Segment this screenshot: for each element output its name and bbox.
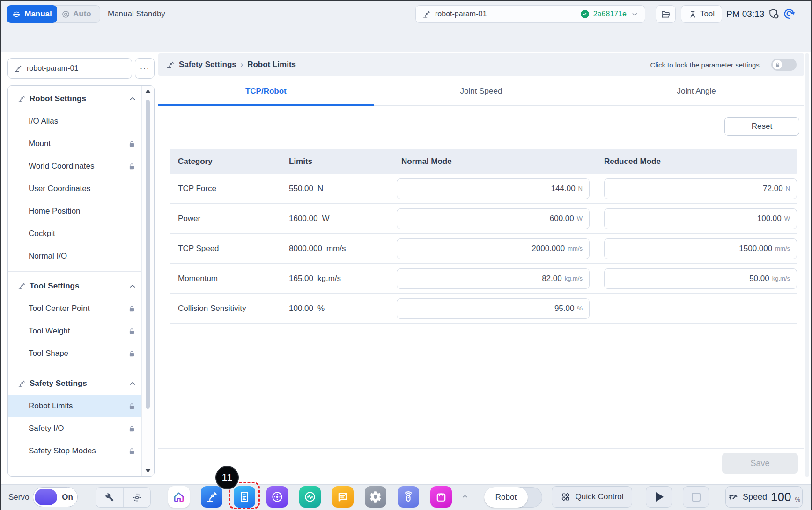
sidebar-item-tool-shape[interactable]: Tool Shape <box>8 342 142 365</box>
normal-mode-input[interactable]: 82.00kg.m/s <box>397 268 590 289</box>
chevron-up-icon[interactable] <box>128 95 137 103</box>
motion-crosshair-icon <box>132 493 142 503</box>
quick-control-button[interactable]: Quick Control <box>552 486 632 508</box>
mode-manual-button[interactable]: Manual <box>7 5 57 23</box>
sidebar-item-user-coordinates[interactable]: User Coordinates <box>8 177 142 200</box>
auto-label: Auto <box>73 9 91 19</box>
servo-toggle[interactable]: On <box>33 487 78 507</box>
normal-mode-input[interactable]: 600.00W <box>397 208 590 229</box>
dock-collapse-chevron-icon[interactable] <box>460 493 470 500</box>
reduced-mode-input[interactable]: 100.00W <box>604 208 797 229</box>
limits-tab-bar: TCP/Robot Joint Speed Joint Angle <box>158 77 804 106</box>
param-file-field[interactable]: robot-param-01 <box>7 58 132 79</box>
normal-mode-input[interactable]: 95.00% <box>397 298 590 319</box>
chevron-up-icon[interactable] <box>128 379 137 388</box>
reduced-mode-cell: 72.00N <box>597 178 797 199</box>
speed-control[interactable]: Speed 100 % <box>725 486 803 508</box>
power-spiral-icon[interactable] <box>783 8 795 20</box>
dock-remote-control-app[interactable] <box>398 486 419 508</box>
remote-control-icon <box>402 490 415 503</box>
sidebar-item-safety-stop-modes[interactable]: Safety Stop Modes <box>8 440 142 462</box>
sidebar-section-safety-settings[interactable]: Safety Settings <box>8 372 142 395</box>
file-more-button[interactable]: ··· <box>135 58 155 79</box>
header-limits: Limits <box>282 157 397 166</box>
sidebar-item-mount[interactable]: Mount <box>8 133 142 155</box>
sidebar-item-world-coordinates[interactable]: World Coordinates <box>8 155 142 177</box>
reduced-mode-input[interactable]: 72.00N <box>604 178 797 199</box>
play-button[interactable] <box>646 486 672 508</box>
reset-button[interactable]: Reset <box>724 117 799 136</box>
sidebar-item-home-position[interactable]: Home Position <box>8 200 142 222</box>
dock-robot-params-app[interactable] <box>201 486 222 508</box>
sidebar-item-tool-weight[interactable]: Tool Weight <box>8 320 142 342</box>
wrench-button[interactable] <box>96 488 124 507</box>
reduced-mode-input[interactable]: 50.00kg.m/s <box>604 268 797 289</box>
robot-teach-pendant-window: Auto Manual Manual Standby robot-param-0… <box>0 0 812 510</box>
scrollbar-thumb[interactable] <box>146 100 150 409</box>
dock-home-app[interactable] <box>168 486 190 508</box>
main-scrollbar[interactable] <box>805 53 809 477</box>
lock-icon <box>128 447 136 455</box>
sidebar-section-tool-settings[interactable]: Tool Settings <box>8 275 142 297</box>
section-label: Safety Settings <box>30 379 87 388</box>
normal-mode-cell: 144.00N <box>397 178 597 199</box>
header-category: Category <box>170 157 282 166</box>
active-param-file-selector[interactable]: robot-param-01 2a68171e <box>415 5 645 23</box>
item-label: Tool Weight <box>29 326 70 336</box>
utility-button-group <box>96 487 151 508</box>
item-label: I/O Alias <box>29 117 58 126</box>
tool-icon <box>688 10 697 19</box>
open-file-button[interactable] <box>656 5 676 23</box>
item-label: Safety I/O <box>29 424 64 433</box>
wrench-icon <box>105 493 114 502</box>
lock-icon <box>128 305 136 313</box>
reduced-mode-input[interactable]: 1500.000mm/s <box>604 238 797 259</box>
tab-joint-angle[interactable]: Joint Angle <box>589 77 804 105</box>
robot-sim-toggle[interactable]: Robot <box>484 487 542 508</box>
tab-joint-speed[interactable]: Joint Speed <box>374 77 589 105</box>
scroll-up-icon[interactable] <box>145 89 151 93</box>
normal-mode-input[interactable]: 144.00N <box>397 178 590 199</box>
breadcrumb-separator: › <box>241 60 243 69</box>
header-normal-mode: Normal Mode <box>397 157 597 166</box>
sidebar-item-i-o-alias[interactable]: I/O Alias <box>8 110 142 133</box>
tab-tcp-robot[interactable]: TCP/Robot <box>158 77 374 105</box>
item-label: Safety Stop Modes <box>29 446 96 456</box>
dock-log-app[interactable] <box>332 486 354 508</box>
chevron-up-icon[interactable] <box>128 282 137 290</box>
annotation-step-badge: 11 <box>215 466 239 489</box>
robot-icon <box>166 60 175 69</box>
reduced-mode-cell: 50.00kg.m/s <box>597 268 797 289</box>
breadcrumb-parent[interactable]: Safety Settings <box>179 60 236 69</box>
lock-icon <box>128 163 136 170</box>
save-button[interactable]: Save <box>722 453 798 474</box>
sidebar-item-robot-limits[interactable]: Robot Limits <box>8 395 142 417</box>
sidebar-item-tool-center-point[interactable]: Tool Center Point <box>8 297 142 320</box>
chevron-down-icon[interactable] <box>631 10 639 18</box>
robot-icon <box>205 490 218 503</box>
check-circle-icon <box>581 10 589 18</box>
dock-monitoring-app[interactable] <box>299 486 321 508</box>
dock-store-app[interactable] <box>430 486 452 508</box>
sidebar-section-robot-settings[interactable]: Robot Settings <box>8 88 142 110</box>
user-shield-icon[interactable] <box>768 8 780 20</box>
limit-cell: 165.00kg.m/s <box>282 274 397 283</box>
item-label: Tool Shape <box>29 349 68 358</box>
sidebar-item-cockpit[interactable]: Cockpit <box>8 222 142 245</box>
tree-scrollbar[interactable] <box>141 86 154 476</box>
table-row-momentum: Momentum165.00kg.m/s82.00kg.m/s50.00kg.m… <box>170 264 797 294</box>
sidebar-item-normal-i-o[interactable]: Normal I/O <box>8 245 142 267</box>
message-log-icon <box>336 490 349 503</box>
item-label: Robot Limits <box>29 401 73 411</box>
dock-settings-app[interactable] <box>365 486 386 508</box>
dock-jog-app[interactable] <box>266 486 288 508</box>
stop-button[interactable] <box>683 486 709 508</box>
scroll-down-icon[interactable] <box>145 469 151 473</box>
tool-button[interactable]: Tool <box>681 5 722 23</box>
sidebar-item-safety-i-o[interactable]: Safety I/O <box>8 417 142 440</box>
servo-label: Servo <box>8 484 29 510</box>
parameter-lock-toggle[interactable] <box>771 59 797 71</box>
limit-cell: 8000.000mm/s <box>282 244 397 253</box>
recovery-motion-button[interactable] <box>124 488 151 507</box>
normal-mode-input[interactable]: 2000.000mm/s <box>397 238 590 259</box>
